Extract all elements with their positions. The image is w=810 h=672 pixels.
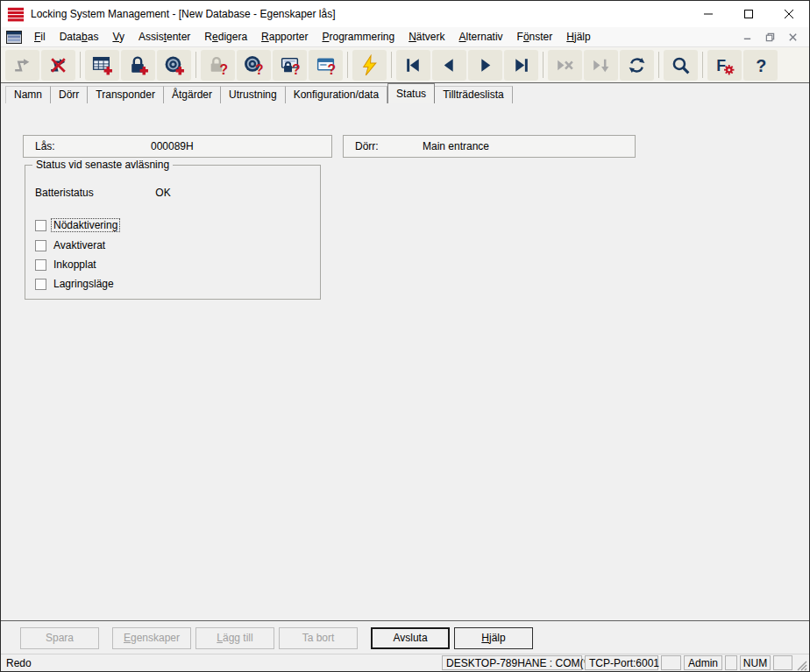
mdi-restore-icon [765,32,775,42]
next-record-icon [474,54,496,76]
tab-tilltradeslista[interactable]: Tillträdeslista [435,86,513,103]
tab-utrustning[interactable]: Utrustning [221,86,286,103]
toolbar-separator [543,52,544,78]
mdi-close-icon [788,32,798,42]
toolbar-separator [391,52,392,78]
menu-alternativ[interactable]: Alternativ [452,28,510,46]
resize-grip-icon[interactable] [795,659,807,671]
read-mifare-lock-icon: ? [279,54,301,76]
minimize-button[interactable] [688,1,728,27]
checkbox-label: Inkopplat [52,258,98,271]
add-button[interactable]: Lägg till [195,627,274,649]
mdi-document-icon[interactable] [6,31,22,44]
menu-bar: Fil Databas Vy Assistenter Redigera Rapp… [1,27,809,47]
mdi-minimize-button[interactable] [735,29,758,45]
exit-button[interactable]: Avsluta [371,627,450,649]
new-lock-button[interactable] [121,50,155,81]
menu-assistenter[interactable]: Assistenter [131,28,197,46]
svg-text:?: ? [292,62,301,76]
checkbox-box[interactable] [35,240,46,251]
status-tab-panel: Lås: 000089H Dörr: Main entrance Status … [1,103,809,620]
properties-button[interactable]: Egenskaper [112,627,191,649]
status-bar: Redo DESKTOP-789HANE : COM(*) TCP-Port:6… [1,654,809,671]
menu-fil[interactable]: Fil [27,28,53,46]
goto-record-button[interactable] [584,50,618,81]
menu-redigera[interactable]: Redigera [197,28,254,46]
help-button[interactable]: ? [743,50,778,81]
lock-field: Lås: 000089H [23,135,332,158]
abort-action-icon [47,54,69,76]
toolbar-separator [347,52,348,78]
tab-konfiguration-data[interactable]: Konfiguration/data [286,86,387,103]
checkbox-lagringslage[interactable]: Lagringsläge [35,278,116,290]
close-button[interactable] [769,1,809,27]
remove-button[interactable]: Ta bort [279,627,358,649]
app-window: Locking System Management - [New Databas… [0,0,810,672]
checkbox-label: Lagringsläge [52,278,116,290]
checkbox-avaktiverat[interactable]: Avaktiverat [35,239,107,251]
checkbox-box[interactable] [35,279,46,290]
help-footer-button[interactable]: Hjälp [454,627,533,649]
search-icon [670,54,692,76]
program-button[interactable] [352,50,387,81]
svg-text:?: ? [220,61,229,75]
toolbar-separator [195,52,196,78]
abort-action-button[interactable] [41,50,75,81]
status-cell-empty-2 [725,655,737,670]
checkbox-box[interactable] [35,259,46,271]
last-record-button[interactable] [504,50,538,81]
new-matrix-button[interactable] [85,50,119,81]
first-record-button[interactable] [396,50,430,81]
search-button[interactable] [664,50,698,81]
toolbar-separator [658,52,659,78]
cancel-edit-button[interactable] [548,50,582,81]
menu-programmering[interactable]: Programmering [315,28,401,46]
lock-field-label: Lås: [35,140,55,152]
menu-natverk[interactable]: Nätverk [401,28,451,46]
read-lock-icon: ? [207,54,229,76]
read-transponder-button[interactable]: ? [237,50,271,81]
refresh-button[interactable] [620,50,654,81]
footer-button-row: Spara Egenskaper Lägg till Ta bort Avslu… [1,620,809,654]
tab-status[interactable]: Status [387,83,435,103]
checkbox-box[interactable] [35,220,46,231]
maximize-button[interactable] [728,1,769,27]
minimize-icon [703,9,714,19]
save-button[interactable]: Spara [20,627,99,649]
status-cell-connection: DESKTOP-789HANE : COM(*) [442,655,582,670]
status-message: Redo [6,657,442,669]
read-lock-button[interactable]: ? [201,50,235,81]
svg-text:?: ? [328,62,337,76]
status-groupbox: Status vid senaste avläsning Batteristat… [25,165,321,300]
lock-field-value: 000089H [151,140,194,152]
tab-atgarder[interactable]: Åtgärder [164,86,221,103]
status-cell-empty-3 [773,655,792,670]
menu-hjalp[interactable]: Hjälp [559,28,597,46]
menu-rapporter[interactable]: Rapporter [254,28,315,46]
undo-button[interactable] [5,50,39,81]
tab-namn[interactable]: Namn [5,86,51,103]
tab-dorr[interactable]: Dörr [51,86,88,103]
read-card-button[interactable]: ? [309,50,343,81]
menu-fonster[interactable]: Fönster [510,28,560,46]
filter-settings-button[interactable]: F [707,50,742,81]
checkbox-inkopplat[interactable]: Inkopplat [35,258,98,271]
menu-vy[interactable]: Vy [105,28,131,46]
battery-status-row: Batteristatus OK [35,187,171,199]
cancel-edit-icon [554,54,576,76]
next-record-button[interactable] [468,50,502,81]
checkbox-nodaktivering[interactable]: Nödaktivering [35,219,119,231]
previous-record-button[interactable] [432,50,466,81]
svg-text:?: ? [756,55,766,74]
menu-databas[interactable]: Databas [53,28,106,46]
battery-status-label: Batteristatus [35,187,153,199]
mdi-restore-button[interactable] [758,29,781,45]
new-transponder-button[interactable] [157,50,191,81]
mdi-close-button[interactable] [781,29,804,45]
status-cell-tcp-port: TCP-Port:6001 [585,655,658,670]
refresh-icon [626,54,648,76]
toolbar-separator [80,52,81,78]
tab-transponder[interactable]: Transponder [88,86,164,103]
status-cell-user: Admin [684,655,722,670]
read-mifare-lock-button[interactable]: ? [273,50,307,81]
